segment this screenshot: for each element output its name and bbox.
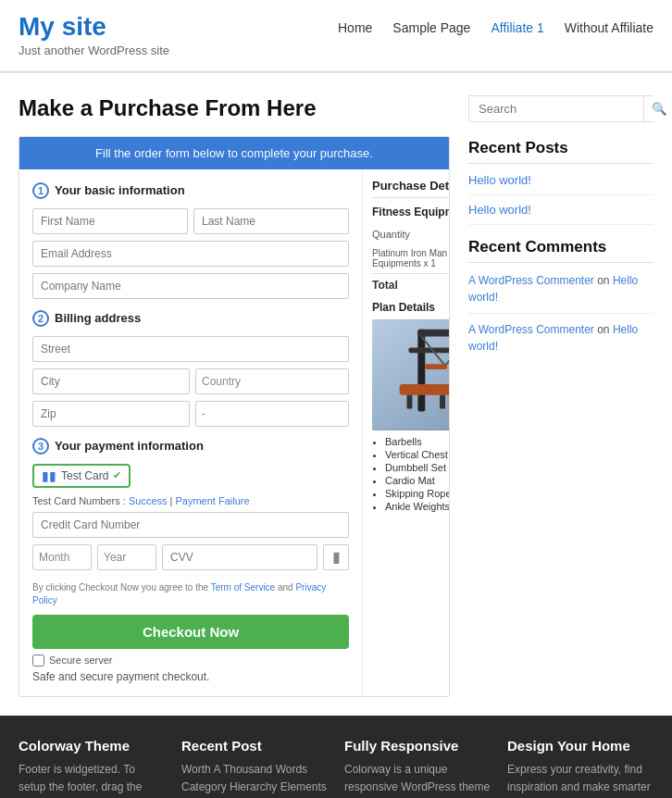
nav-affiliate1[interactable]: Affiliate 1 [491, 20, 543, 35]
city-input[interactable] [32, 368, 190, 394]
commenter-link-1[interactable]: A WordPress Commenter [468, 323, 594, 336]
zip-state-row: - [32, 401, 349, 427]
secure-row: Secure server [32, 655, 349, 667]
state-select[interactable]: - [195, 401, 349, 427]
product-name: Fitness Equipment [372, 206, 450, 218]
footer-col-3: Fully Responsive Colorway is a unique re… [344, 738, 491, 798]
street-input[interactable] [32, 336, 349, 362]
svg-rect-15 [425, 364, 447, 369]
nav-without-affiliate[interactable]: Without Affiliate [565, 20, 653, 35]
terms-link[interactable]: Term of Service [211, 582, 275, 592]
section2-title: 2 Billing address [32, 310, 349, 327]
svg-rect-14 [440, 395, 445, 409]
footer-col2-title: Recent Post [181, 738, 328, 754]
comment-item-0: A WordPress Commenter on Hello world! [468, 272, 653, 305]
header: My site Just another WordPress site Home… [0, 0, 672, 73]
cvv-input[interactable] [162, 544, 317, 570]
year-select[interactable]: Year [97, 544, 156, 570]
section1-num: 1 [32, 182, 49, 199]
expiry-cvv-row: Month Year ▮ [32, 544, 349, 570]
product-line: Platinum Iron Man Fitness Equipments x 1 [372, 248, 450, 268]
plan-list: BarbellsVertical Chest MachineDumbbell S… [372, 436, 450, 512]
qty-label: Quantity [372, 229, 410, 240]
terms-text: By clicking Checkout Now you agree to th… [32, 581, 349, 607]
form-col: 1 Your basic information [19, 169, 363, 696]
street-row [32, 336, 349, 362]
credit-card-icon: ▮▮ [42, 468, 56, 483]
email-input[interactable] [32, 241, 349, 267]
nav-home[interactable]: Home [338, 20, 372, 35]
content-area: Make a Purchase From Here Fill the order… [19, 95, 450, 697]
details-col: Purchase Details Fitness Equipment Quant… [363, 169, 450, 696]
country-select[interactable]: Country [195, 368, 349, 394]
checkout-header: Fill the order form below to complete yo… [19, 137, 449, 169]
checkout-button[interactable]: Checkout Now [32, 615, 349, 649]
secure-text: Safe and secure payment checkout. [32, 670, 349, 683]
section2-num: 2 [32, 310, 49, 327]
company-input[interactable] [32, 273, 349, 299]
purchase-details-title: Purchase Details [372, 179, 450, 198]
plan-list-item: Skipping Rope [385, 488, 450, 499]
sidebar: 🔍 Recent Posts Hello world! Hello world!… [468, 95, 653, 697]
cvv-card-icon: ▮ [323, 544, 349, 570]
section-basic-info: 1 Your basic information [32, 182, 349, 299]
footer-col3-text: Colorway is a unique responsive WordPres… [344, 761, 491, 798]
last-name-input[interactable] [193, 208, 349, 234]
footer-col-1: Colorway Theme Footer is widgetized. To … [19, 738, 165, 798]
section3-title: 3 Your payment information [32, 438, 349, 455]
plan-list-item: Dumbbell Set [385, 462, 450, 473]
footer-col-2: Recent Post Worth A Thousand Words Categ… [181, 738, 328, 798]
success-link[interactable]: Success [129, 495, 168, 506]
search-box: 🔍 [468, 95, 653, 122]
commenter-link-0[interactable]: A WordPress Commenter [468, 274, 594, 287]
page-title: Make a Purchase From Here [19, 95, 450, 121]
recent-posts-title: Recent Posts [468, 139, 653, 164]
plan-details-title: Plan Details [372, 301, 450, 314]
svg-rect-4 [409, 347, 451, 353]
section3-num: 3 [32, 438, 49, 455]
checkout-body: 1 Your basic information [19, 169, 449, 696]
nav-sample-page[interactable]: Sample Page [392, 20, 470, 35]
card-label: Test Card [61, 469, 108, 482]
sidebar-divider-3 [468, 313, 653, 314]
search-button[interactable]: 🔍 [643, 96, 672, 121]
site-title: My site [19, 13, 169, 42]
card-badge: ▮▮ Test Card ✔ [32, 464, 131, 488]
search-input[interactable] [469, 96, 643, 121]
footer-col2-links: Worth A Thousand Words Category Hierarch… [181, 761, 328, 796]
site-tagline: Just another WordPress site [19, 44, 169, 57]
equipment-image [372, 319, 450, 430]
main-content: Make a Purchase From Here Fill the order… [0, 73, 672, 716]
secure-label: Secure server [49, 655, 112, 666]
qty-row: Quantity [372, 224, 450, 244]
company-row [32, 273, 349, 299]
name-row [32, 208, 349, 234]
zip-input[interactable] [32, 401, 190, 427]
footer-col4-text: Express your creativity, find inspiratio… [507, 761, 653, 798]
comment-item-1: A WordPress Commenter on Hello world! [468, 321, 653, 355]
footer-col4-title: Design Your Home [507, 738, 653, 754]
sidebar-divider-2 [468, 224, 653, 225]
plan-list-item: Ankle Weights [385, 501, 450, 512]
svg-rect-13 [407, 395, 413, 409]
plan-list-item: Vertical Chest Machine [385, 449, 450, 460]
section-billing: 2 Billing address Country [32, 310, 349, 427]
month-select[interactable]: Month [32, 544, 92, 570]
email-row [32, 241, 349, 267]
total-row: Total $350.00 [372, 273, 450, 292]
footer-col1-title: Colorway Theme [19, 738, 165, 754]
footer-col3-title: Fully Responsive [344, 738, 491, 754]
failure-link[interactable]: Payment Failure [176, 495, 250, 506]
footer-post-link-2[interactable]: Category Hierarchy Elements [181, 780, 327, 793]
first-name-input[interactable] [32, 208, 188, 234]
post-link-0[interactable]: Hello world! [468, 173, 653, 187]
footer-post-link-1[interactable]: Worth A Thousand Words [181, 763, 307, 776]
footer-col-4: Design Your Home Express your creativity… [507, 738, 653, 798]
footer: Colorway Theme Footer is widgetized. To … [0, 716, 672, 798]
cc-row [32, 512, 349, 538]
checkout-box: Fill the order form below to complete yo… [19, 136, 450, 697]
secure-checkbox[interactable] [32, 655, 44, 667]
post-link-1[interactable]: Hello world! [468, 203, 653, 217]
credit-card-input[interactable] [32, 512, 349, 538]
price-row: Platinum Iron Man Fitness Equipments x 1… [372, 248, 450, 268]
